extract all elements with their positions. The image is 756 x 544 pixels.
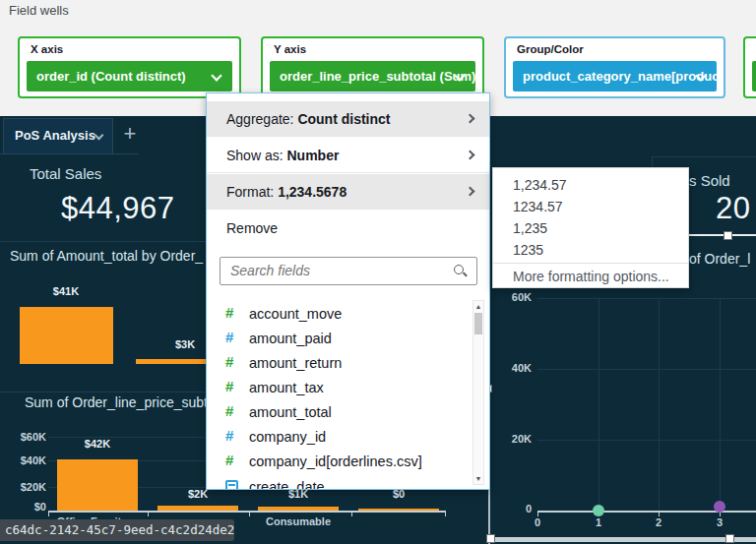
field-list-item-create-date[interactable]: create_date	[207, 477, 471, 490]
gridline	[659, 298, 660, 511]
menu-item-prefix: Show as:	[226, 148, 286, 163]
kpi-sold-value: 20	[716, 191, 750, 226]
numeric-field-icon: #	[225, 402, 241, 419]
scroll-down-icon[interactable]: ▼	[473, 475, 483, 482]
scatter-xtick-1: 1	[589, 516, 608, 528]
field-list-item-account-move[interactable]: # account_move	[207, 304, 471, 326]
chart2-cat-consumable: Consumable	[239, 515, 357, 527]
chevron-right-icon	[466, 114, 475, 124]
menu-item-value: Number	[286, 148, 339, 163]
field-pill-size[interactable]	[752, 61, 756, 91]
scatter-point-purple[interactable]	[714, 501, 725, 513]
resize-handle-top[interactable]	[724, 231, 732, 240]
search-fields-input[interactable]: Search fields	[220, 257, 477, 285]
chart2-bar1[interactable]	[57, 459, 138, 511]
tab-bar-divider	[0, 153, 138, 154]
chart1-bar1-label: $41K	[36, 285, 95, 297]
scrollbar-thumb[interactable]	[474, 313, 482, 334]
more-formatting-options-link[interactable]: More formatting options...	[513, 266, 669, 287]
kpi-divider-horizontal	[652, 156, 756, 157]
kpi-sold-title: s Sold	[689, 172, 730, 189]
link-url-tooltip: c64dc-2142-45c7-9eed-c4c2d24de29b#	[0, 519, 234, 541]
field-name: account_move	[249, 306, 342, 322]
field-well-label: X axis	[31, 43, 63, 55]
field-pill-order-line-price-subtotal[interactable]: order_line_price_subtotal (Sum)	[270, 61, 475, 91]
menu-item-prefix: Format:	[226, 184, 278, 200]
chart2-ytick-0: $0	[5, 501, 46, 513]
field-well-group-color: Group/Color product_category_name[produc…	[504, 36, 725, 98]
add-sheet-button[interactable]: +	[118, 119, 142, 149]
menu-item-aggregate[interactable]: Aggregate: Count distinct	[207, 101, 489, 137]
field-well-label: Group/Color	[517, 43, 584, 55]
format-option-3[interactable]: 1,235	[493, 217, 688, 239]
field-name: company_id[orderlines.csv]	[249, 453, 422, 469]
field-name: amount_total	[249, 404, 332, 420]
numeric-field-icon: #	[225, 304, 241, 321]
numeric-field-icon: #	[225, 329, 241, 345]
field-well-y-axis: Y axis order_line_price_subtotal (Sum)	[261, 36, 484, 98]
menu-item-prefix: Remove	[226, 220, 278, 236]
field-list-item-company-id-orderlines[interactable]: # company_id[orderlines.csv]	[207, 452, 471, 473]
chevron-down-icon[interactable]	[211, 70, 221, 81]
field-name: amount_tax	[249, 380, 324, 395]
scatter-xtick-3: 3	[710, 516, 729, 528]
chart2-title: Sum of Order_line_price_subtota	[25, 394, 226, 410]
gridline	[537, 440, 756, 441]
numeric-field-icon: #	[225, 427, 241, 444]
resize-handle-bottom-left[interactable]	[486, 534, 495, 543]
menu-item-format[interactable]: Format: 1,234.5678	[207, 174, 489, 210]
field-name: create_date	[249, 479, 325, 490]
format-option-1[interactable]: 1,234.57	[493, 174, 688, 196]
format-option-4[interactable]: 1235	[493, 239, 688, 261]
field-well-size: S	[743, 36, 756, 98]
chart1-bar1[interactable]	[20, 307, 113, 364]
chart2-ytick-20k: $20K	[5, 481, 46, 493]
field-context-menu: Aggregate: Count distinct Show as: Numbe…	[206, 92, 490, 490]
field-well-label: Y axis	[274, 43, 306, 55]
scroll-up-icon[interactable]: ▲	[473, 303, 483, 310]
format-option-2[interactable]: 1234.57	[493, 196, 688, 217]
panel-divider	[0, 392, 206, 393]
field-name: amount_paid	[249, 331, 332, 346]
kpi-total-sales-value: $44,967	[61, 191, 175, 226]
chart2-ytick-60k: $60K	[5, 431, 46, 443]
field-list-scrollbar[interactable]: ▲ ▼	[472, 300, 484, 485]
numeric-field-icon: #	[225, 378, 241, 394]
field-pill-order-id[interactable]: order_id (Count distinct)	[27, 61, 232, 91]
kpi-total-sales-title: Total Sales	[30, 165, 101, 182]
gridline	[537, 298, 756, 299]
field-list-item-amount-return[interactable]: # amount_return	[207, 353, 471, 375]
chevron-right-icon	[466, 187, 475, 197]
visual-selection-border-bottom	[489, 537, 756, 542]
field-pill-text: order_line_price_subtotal (Sum)	[280, 69, 475, 84]
format-submenu: 1,234.57 1234.57 1,235 1235 More formatt…	[492, 167, 689, 288]
scatter-ytick-40k: 40K	[490, 362, 532, 374]
numeric-field-icon: #	[225, 452, 241, 468]
scatter-ytick-20k: 20K	[490, 433, 532, 445]
chart2-x-axis	[48, 511, 446, 513]
chevron-down-icon[interactable]	[94, 131, 104, 141]
resize-handle-bottom[interactable]	[725, 534, 734, 543]
field-list-item-amount-paid[interactable]: # amount_paid	[207, 329, 471, 350]
field-list-item-amount-tax[interactable]: # amount_tax	[207, 378, 471, 399]
gridline	[720, 298, 721, 511]
submenu-divider	[493, 263, 688, 264]
scatter-ytick-0: 0	[490, 503, 532, 514]
gridline	[537, 369, 756, 370]
menu-item-value: Count distinct	[297, 111, 390, 127]
scatter-title-fragment: of Order_l	[689, 251, 750, 267]
sheet-tab-pos-analysis[interactable]: PoS Analysis	[3, 118, 113, 153]
chart1-title: Sum of Amount_total by Order_	[10, 248, 203, 264]
field-pill-product-category-name[interactable]: product_category_name[products	[513, 61, 717, 91]
chart2-bar1-label: $42K	[68, 438, 127, 450]
menu-item-value: 1,234.5678	[278, 184, 346, 200]
field-list-item-amount-total[interactable]: # amount_total	[207, 402, 471, 424]
field-list-item-company-id[interactable]: # company_id	[207, 427, 471, 449]
menu-item-remove[interactable]: Remove	[207, 211, 489, 246]
sheet-tab-label: PoS Analysis	[15, 128, 95, 143]
menu-item-show-as[interactable]: Show as: Number	[207, 138, 489, 173]
gridline	[598, 298, 599, 511]
numeric-field-icon: #	[225, 353, 241, 370]
field-well-x-axis: X axis order_id (Count distinct)	[18, 36, 241, 98]
scatter-point-teal[interactable]	[593, 505, 604, 516]
